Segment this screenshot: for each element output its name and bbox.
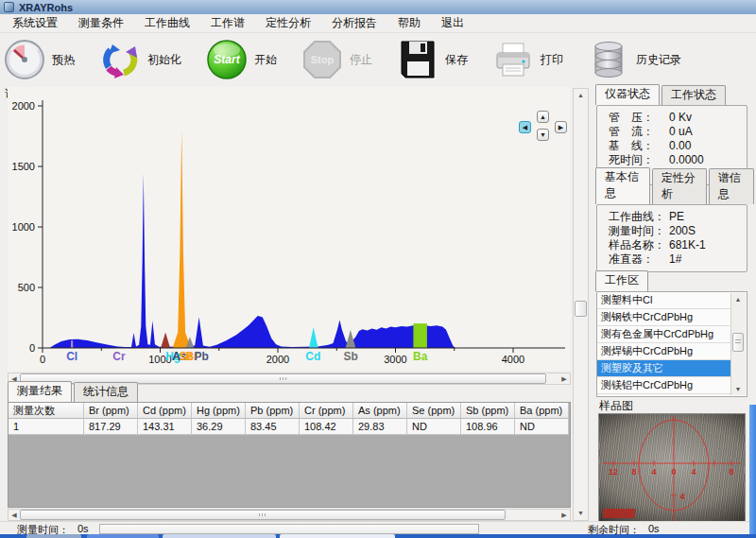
menu-analysis-report[interactable]: 分析报告	[321, 13, 387, 33]
menu-system-settings[interactable]: 系统设置	[2, 13, 68, 33]
cell[interactable]: 29.83	[353, 419, 407, 435]
tab-instrument-status[interactable]: 仪器状态	[595, 84, 660, 105]
pan-left-button[interactable]: ◀	[519, 121, 531, 133]
col-header[interactable]: Hg (ppm)	[192, 403, 246, 419]
workspace-item-selected[interactable]: 测塑胶及其它	[597, 360, 732, 377]
cell[interactable]: ND	[407, 419, 461, 435]
cell[interactable]: 36.29	[192, 419, 246, 435]
cell[interactable]: 143.31	[138, 419, 192, 435]
field-label: 基 线：	[609, 139, 669, 153]
tab-statistics[interactable]: 统计信息	[74, 382, 138, 402]
initialize-button[interactable]: 初始化	[99, 39, 181, 80]
tab-qualitative[interactable]: 定性分析	[652, 168, 707, 204]
svg-text:Cr: Cr	[112, 350, 126, 363]
table-header-row: 测量次数 Br (ppm) Cd (ppm) Hg (ppm) Pb (ppm)…	[9, 403, 570, 419]
svg-text:3000: 3000	[384, 354, 406, 365]
preheat-button[interactable]: 预热	[4, 39, 75, 80]
field-value: 681K-1	[669, 238, 706, 252]
cell[interactable]: 1	[9, 419, 84, 435]
col-header[interactable]: Cd (ppm)	[138, 403, 192, 419]
col-header[interactable]: As (ppm)	[353, 403, 407, 419]
taskbar-button[interactable]	[163, 534, 276, 538]
instrument-tab-strip: 仪器状态 工作状态	[595, 89, 728, 105]
svg-text:2000: 2000	[266, 354, 289, 365]
spectrum-chart: 050010001500200001000200030004000ClCrHgA…	[8, 87, 571, 371]
history-icon	[588, 39, 629, 80]
scroll-right-icon[interactable]: ▶	[558, 510, 570, 520]
history-button[interactable]: 历史记录	[588, 39, 681, 80]
tab-workspace[interactable]: 工作区	[595, 270, 648, 291]
menu-exit[interactable]: 退出	[431, 13, 474, 33]
pan-up-button[interactable]: ▲	[537, 111, 549, 123]
scroll-down-icon[interactable]: ▼	[574, 507, 588, 520]
workspace-item[interactable]: 测镁铝中CrCdPbHg	[597, 377, 732, 394]
remaining-time-value: 0s	[648, 523, 660, 534]
workspace-item[interactable]: 测钢铁中CrCdPbHg	[597, 309, 732, 326]
taskbar-button[interactable]	[280, 534, 395, 538]
scroll-down-icon[interactable]: ▼	[731, 383, 745, 395]
pan-right-button[interactable]: ▶	[555, 121, 567, 133]
table-row[interactable]: 1 817.29 143.31 36.29 83.45 108.42 29.83…	[9, 419, 570, 435]
cell[interactable]: 108.42	[300, 419, 353, 435]
tab-measure-results[interactable]: 测量结果	[8, 381, 72, 402]
save-label: 保存	[445, 52, 468, 68]
refresh-icon	[99, 39, 141, 80]
start-label: 开始	[254, 52, 277, 68]
svg-text:0: 0	[40, 354, 45, 365]
os-taskbar	[0, 534, 756, 538]
save-button[interactable]: 保存	[397, 39, 468, 80]
cell[interactable]: 108.96	[461, 419, 515, 435]
basic-info-box: 工作曲线：PE 测量时间：200S 样品名称：681K-1 准直器：1#	[596, 204, 747, 272]
field-value: 0 uA	[669, 125, 693, 138]
col-header[interactable]: 测量次数	[9, 403, 84, 419]
svg-text:4: 4	[679, 492, 684, 501]
field-label: 样品名称：	[609, 238, 669, 252]
menu-measure-conditions[interactable]: 测量条件	[68, 13, 134, 33]
cell[interactable]: 817.29	[84, 419, 138, 435]
tab-basic-info[interactable]: 基本信息	[595, 167, 650, 204]
col-header[interactable]: Pb (ppm)	[246, 403, 300, 419]
col-header[interactable]: Ba (ppm)	[515, 403, 569, 419]
scroll-left-icon[interactable]: ◀	[9, 510, 20, 520]
tab-work-status[interactable]: 工作状态	[662, 85, 726, 105]
camera-overlay-badge	[603, 509, 635, 518]
svg-text:8: 8	[729, 467, 733, 477]
info-tab-strip: 基本信息 定性分析 谱信息	[595, 188, 756, 204]
sample-camera-view: 12 8 4 0 4 8 4	[598, 413, 746, 525]
workspace-item[interactable]: 测有色金属中CrCdPbHg	[597, 326, 732, 343]
scroll-up-icon[interactable]: ▲	[574, 89, 588, 102]
field-value: 0 Kv	[669, 111, 692, 124]
print-button[interactable]: 打印	[492, 39, 563, 80]
stop-button[interactable]: Stop 停止	[301, 39, 372, 80]
col-header[interactable]: Cr (ppm)	[300, 403, 353, 419]
col-header[interactable]: Se (ppm)	[407, 403, 461, 419]
workspace-item[interactable]: 测焊锡中CrCdPbHg	[597, 343, 732, 360]
menu-qualitative-analysis[interactable]: 定性分析	[255, 13, 321, 33]
menu-work-curve[interactable]: 工作曲线	[134, 13, 200, 33]
table-scroll-thumb[interactable]	[20, 510, 506, 520]
col-header[interactable]: Br (ppm)	[84, 403, 138, 419]
main-scroll-thumb[interactable]	[575, 301, 587, 317]
svg-text:Cd: Cd	[305, 350, 320, 363]
cell[interactable]: 83.45	[246, 419, 300, 435]
start-button[interactable]: Start 开始	[206, 39, 277, 80]
scroll-right-icon[interactable]: ▶	[558, 373, 570, 384]
taskbar-button[interactable]	[87, 534, 159, 538]
title-bar: XRAYRohs	[0, 0, 756, 14]
taskbar-button[interactable]	[26, 534, 81, 538]
pan-down-button[interactable]: ▼	[537, 129, 549, 141]
chart-pan-pad: ◀ ▲ ▼ ▶	[519, 111, 568, 141]
workspace-scrollbar: ▲ ▼	[730, 293, 746, 395]
stop-label: 停止	[350, 52, 372, 68]
menu-help[interactable]: 帮助	[387, 13, 431, 33]
field-value: 200S	[669, 224, 696, 237]
stop-icon: Stop	[301, 39, 343, 80]
workspace-item[interactable]: 测塑料中Cl	[597, 292, 732, 309]
scroll-up-icon[interactable]: ▲	[731, 293, 745, 305]
cell[interactable]: ND	[515, 419, 569, 435]
workspace-scroll-thumb[interactable]	[732, 333, 744, 352]
tab-spectrum-info[interactable]: 谱信息	[709, 168, 754, 204]
menu-work-spectrum[interactable]: 工作谱	[200, 13, 255, 33]
toolbar: 预热 初始化 Start	[0, 33, 756, 86]
col-header[interactable]: Sb (ppm)	[461, 403, 515, 419]
